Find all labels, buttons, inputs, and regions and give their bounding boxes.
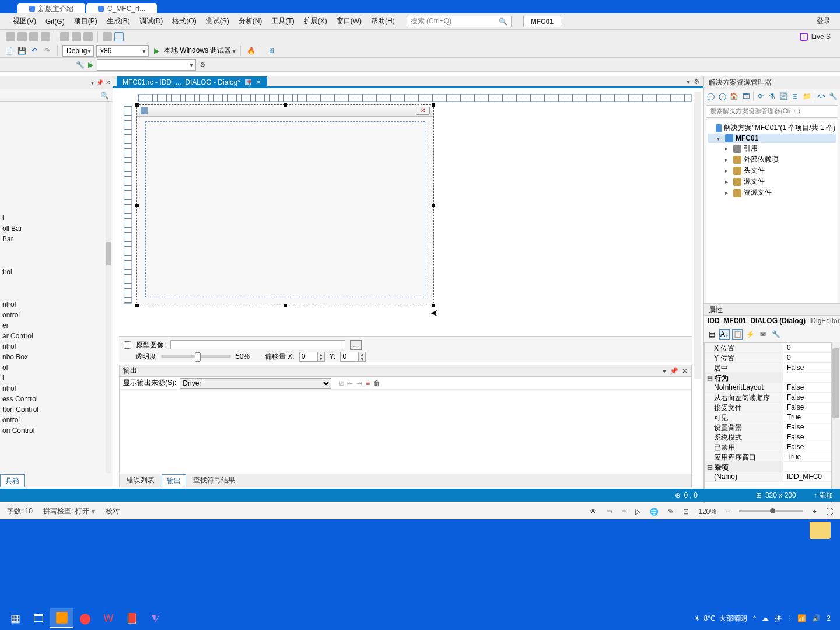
tab-error-list[interactable]: 错误列表 bbox=[122, 474, 159, 487]
toolbox-tab[interactable]: 具箱 bbox=[0, 474, 24, 487]
read-mode-icon[interactable]: ▷ bbox=[635, 508, 640, 516]
spellcheck-status[interactable]: 拼写检查: 打开 bbox=[43, 506, 89, 516]
categorized-icon[interactable]: ▤ bbox=[706, 329, 717, 340]
sign-in-link[interactable]: 登录 bbox=[817, 16, 831, 26]
document-tab[interactable]: MFC01.rc - IDD_..._DIALOG - Dialog* 📍 ✕ bbox=[117, 76, 267, 88]
tree-solution-node[interactable]: 解决方案"MFC01"(1 个项目/共 1 个) bbox=[708, 123, 836, 134]
word-wrap-icon[interactable]: ≡ bbox=[366, 379, 370, 387]
toolbox-item[interactable]: ar Control bbox=[0, 331, 113, 341]
events-icon[interactable]: ⚡ bbox=[745, 329, 755, 340]
dropdown-icon[interactable]: ▾ bbox=[687, 78, 690, 86]
chevron-right-icon[interactable]: ▸ bbox=[725, 178, 731, 185]
offset-x-input[interactable] bbox=[300, 352, 317, 361]
alphabetical-icon[interactable]: A↓ bbox=[719, 329, 730, 340]
weather-widget[interactable]: ☀ 8°C 大部晴朗 bbox=[694, 614, 747, 624]
back-icon[interactable]: ◯ bbox=[706, 92, 716, 101]
menu-format[interactable]: 格式(O) bbox=[167, 14, 201, 29]
pin-icon[interactable]: 📌 bbox=[670, 367, 678, 375]
forward-icon[interactable]: ◯ bbox=[718, 92, 727, 101]
menu-tools[interactable]: 工具(T) bbox=[267, 14, 299, 29]
toolbox-item[interactable]: l bbox=[0, 373, 113, 383]
tab-find-symbol[interactable]: 查找符号结果 bbox=[188, 474, 240, 487]
menu-help[interactable]: 帮助(H) bbox=[366, 14, 400, 29]
toolbox-item[interactable]: ntrol bbox=[0, 341, 113, 352]
toolbox-search[interactable]: 🔍 bbox=[0, 89, 113, 102]
toolbox-item[interactable]: ontrol bbox=[0, 310, 113, 320]
guides-icon[interactable] bbox=[114, 32, 124, 41]
home-icon[interactable]: 🏠 bbox=[730, 92, 739, 101]
prototype-path-input[interactable] bbox=[170, 340, 345, 349]
zoom-value[interactable]: 120% bbox=[698, 508, 716, 516]
property-value[interactable]: False bbox=[783, 383, 831, 392]
zoom-in-button[interactable]: + bbox=[813, 508, 817, 516]
tray-clock[interactable]: 2 bbox=[827, 614, 831, 622]
distribute-v-icon[interactable] bbox=[72, 32, 81, 41]
toolbox-item[interactable]: er bbox=[0, 320, 113, 331]
property-value[interactable]: False bbox=[783, 363, 831, 372]
show-all-icon[interactable]: 📁 bbox=[802, 92, 811, 101]
tray-chevron-icon[interactable]: ^ bbox=[753, 614, 757, 622]
property-row[interactable]: (Name)IDD_MFC0 bbox=[705, 472, 831, 482]
debugger-label[interactable]: 本地 Windows 调试器 bbox=[164, 46, 231, 55]
collapse-icon[interactable]: ⊟ bbox=[790, 92, 800, 101]
tree-references-node[interactable]: ▸引用 bbox=[708, 143, 836, 154]
property-row[interactable]: 从右向左阅读顺序False bbox=[705, 393, 831, 402]
resize-handle[interactable] bbox=[432, 204, 435, 207]
desktop-folder-icon[interactable] bbox=[810, 522, 831, 539]
resize-handle[interactable] bbox=[135, 204, 139, 207]
toolbox-item[interactable]: ntrol bbox=[0, 299, 113, 310]
property-category[interactable]: 行为 bbox=[705, 373, 831, 383]
property-row[interactable]: 系统模式False bbox=[705, 432, 831, 442]
property-value[interactable]: False bbox=[783, 422, 831, 432]
wrench-icon[interactable]: 🔧 bbox=[76, 61, 85, 69]
align-center-icon[interactable] bbox=[18, 32, 27, 41]
add-to-source-control[interactable]: ↑ 添加 bbox=[814, 491, 833, 501]
config-dropdown[interactable]: Debug bbox=[62, 45, 94, 57]
close-icon[interactable]: ✕ bbox=[106, 79, 110, 86]
tree-source-node[interactable]: ▸源文件 bbox=[708, 176, 836, 187]
property-row[interactable]: 可见True bbox=[705, 412, 831, 422]
property-row[interactable]: 居中False bbox=[705, 363, 831, 373]
menu-analyze[interactable]: 分析(N) bbox=[234, 14, 267, 29]
tray-wifi-icon[interactable]: 📶 bbox=[797, 614, 806, 622]
switch-view-icon[interactable]: 🗔 bbox=[741, 92, 751, 101]
tray-bluetooth-icon[interactable]: ᛒ bbox=[788, 614, 792, 622]
pin-icon[interactable]: 📌 bbox=[96, 79, 103, 86]
settings-icon[interactable]: ⚙ bbox=[200, 61, 206, 69]
globe-icon[interactable]: 🌐 bbox=[650, 508, 659, 516]
focus-mode-icon[interactable]: 👁 bbox=[590, 508, 597, 516]
toolbox-item[interactable]: ol bbox=[0, 362, 113, 373]
menu-git[interactable]: Git(G) bbox=[41, 15, 69, 28]
chevron-down-icon[interactable]: ▾ bbox=[717, 135, 723, 142]
tab-output[interactable]: 输出 bbox=[162, 474, 186, 487]
quick-search[interactable]: 搜索 (Ctrl+Q)🔍 bbox=[407, 16, 512, 27]
resize-handle[interactable] bbox=[135, 304, 139, 307]
clear-icon[interactable]: ⎚ bbox=[340, 379, 344, 387]
tree-resources-node[interactable]: ▸资源文件 bbox=[708, 187, 836, 198]
menu-extensions[interactable]: 扩展(X) bbox=[299, 14, 332, 29]
property-value[interactable]: False bbox=[783, 393, 831, 402]
play-icon[interactable]: ▶ bbox=[88, 61, 93, 69]
close-icon[interactable]: ✕ bbox=[256, 78, 261, 86]
align-right-icon[interactable] bbox=[29, 32, 38, 41]
sync-icon[interactable]: 🔄 bbox=[779, 92, 788, 101]
property-row[interactable]: 应用程序窗口True bbox=[705, 452, 831, 462]
property-row[interactable]: 接受文件False bbox=[705, 402, 831, 412]
property-row[interactable]: X 位置0 bbox=[705, 343, 831, 353]
resize-handle[interactable] bbox=[135, 103, 139, 107]
fire-icon[interactable]: 🔥 bbox=[246, 46, 256, 56]
liveshare-label[interactable]: Live S bbox=[811, 33, 831, 41]
taskbar-app[interactable]: 🟧 bbox=[50, 608, 74, 628]
chevron-right-icon[interactable]: ▸ bbox=[725, 167, 731, 174]
dialog-titlebar[interactable]: ✕ bbox=[137, 105, 433, 117]
property-value[interactable]: IDD_MFC0 bbox=[783, 472, 831, 481]
scrollbar-thumb[interactable] bbox=[832, 348, 839, 418]
property-row[interactable]: 已禁用False bbox=[705, 442, 831, 452]
zoom-out-button[interactable]: − bbox=[726, 508, 730, 516]
close-button[interactable]: ✕ bbox=[416, 107, 430, 115]
offset-y-spinner[interactable]: ▲▼ bbox=[340, 352, 366, 362]
undo-icon[interactable]: ↶ bbox=[29, 46, 40, 56]
pin-icon[interactable]: 📍 bbox=[245, 79, 251, 85]
messages-icon[interactable]: ✉ bbox=[758, 329, 768, 340]
taskbar-app[interactable]: 🗔 bbox=[27, 608, 50, 628]
